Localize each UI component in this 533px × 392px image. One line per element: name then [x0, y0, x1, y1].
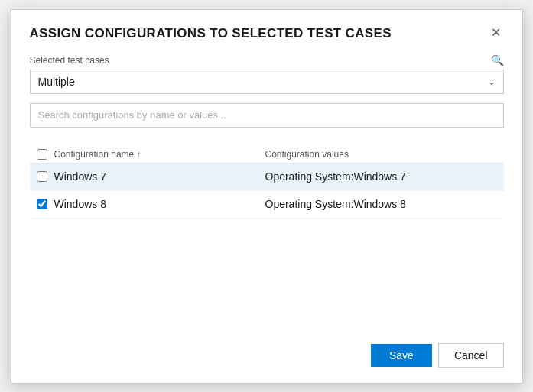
- configurations-table: Configuration name ↑ Configuration value…: [30, 146, 504, 322]
- field-label-row: Selected test cases 🔍: [30, 54, 504, 66]
- cancel-button[interactable]: Cancel: [438, 343, 504, 368]
- search-input[interactable]: [30, 103, 504, 128]
- search-section: [30, 103, 504, 128]
- select-all-checkbox[interactable]: [37, 149, 47, 160]
- selected-test-cases-label: Selected test cases: [30, 55, 109, 66]
- dropdown-value: Multiple: [38, 76, 75, 88]
- row-checkbox-col: [30, 199, 54, 209]
- chevron-down-icon: ⌄: [488, 76, 496, 87]
- test-cases-dropdown[interactable]: Multiple ⌄: [30, 70, 504, 94]
- dialog-body: Selected test cases 🔍 Multiple ⌄ Configu…: [11, 54, 522, 334]
- dialog-footer: Save Cancel: [11, 334, 522, 383]
- sort-arrow-icon: ↑: [137, 150, 141, 158]
- row-checkbox-col: [30, 171, 54, 182]
- table-row: Windows 8 Operating System:Windows 8: [30, 191, 504, 219]
- close-button[interactable]: ✕: [488, 25, 504, 40]
- row-name: Windows 7: [54, 170, 265, 183]
- assign-configurations-dialog: ASSIGN CONFIGURATIONS TO SELECTED TEST C…: [11, 9, 523, 384]
- select-all-col: [30, 149, 54, 160]
- column-header-values: Configuration values: [265, 149, 504, 160]
- row-checkbox[interactable]: [37, 171, 47, 182]
- row-values: Operating System:Windows 8: [265, 198, 504, 210]
- dialog-header: ASSIGN CONFIGURATIONS TO SELECTED TEST C…: [11, 10, 522, 54]
- save-button[interactable]: Save: [371, 344, 432, 367]
- table-row: Windows 7 Operating System:Windows 7: [30, 164, 504, 191]
- row-checkbox[interactable]: [37, 199, 47, 209]
- row-values: Operating System:Windows 7: [265, 170, 504, 183]
- dialog-title: ASSIGN CONFIGURATIONS TO SELECTED TEST C…: [30, 25, 392, 42]
- table-rows: Windows 7 Operating System:Windows 7 Win…: [30, 164, 504, 219]
- selected-test-cases-section: Selected test cases 🔍 Multiple ⌄: [30, 54, 504, 94]
- row-name: Windows 8: [54, 198, 265, 210]
- column-header-name: Configuration name ↑: [54, 149, 265, 160]
- table-header: Configuration name ↑ Configuration value…: [30, 146, 504, 164]
- search-icon[interactable]: 🔍: [491, 54, 504, 66]
